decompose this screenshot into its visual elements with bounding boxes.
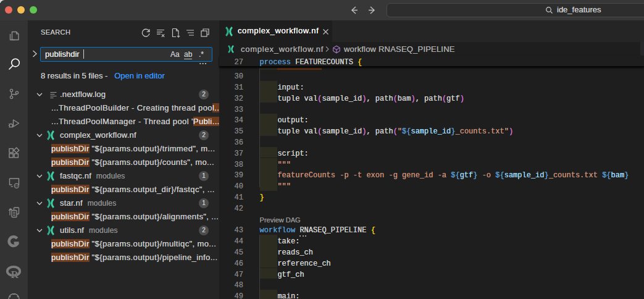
svg-text:R: R [11, 269, 19, 280]
